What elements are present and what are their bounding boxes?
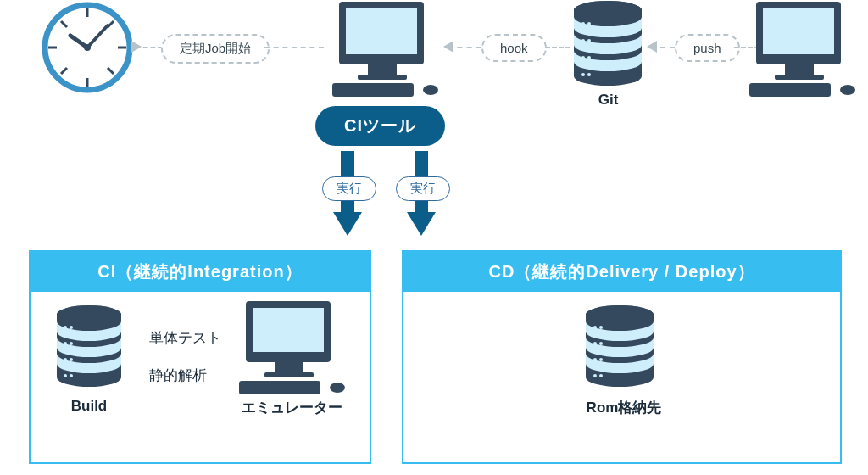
svg-point-28 [587, 56, 591, 59]
svg-rect-15 [358, 75, 407, 80]
svg-point-67 [593, 358, 597, 361]
arrow-right-icon [131, 41, 142, 53]
svg-point-27 [581, 56, 585, 59]
svg-point-46 [70, 326, 73, 329]
svg-point-24 [587, 22, 591, 25]
svg-point-52 [70, 374, 73, 377]
svg-point-45 [64, 326, 67, 329]
svg-point-68 [599, 358, 603, 361]
svg-point-66 [599, 342, 603, 345]
ci-panel-title: CI（継続的Integration） [31, 252, 370, 292]
svg-point-48 [70, 342, 73, 345]
connector-line [264, 47, 324, 48]
svg-rect-56 [264, 372, 314, 377]
ci-tool-badge: CIツール [315, 106, 445, 146]
arrow-left-icon [443, 41, 453, 53]
svg-point-36 [840, 85, 855, 95]
static-analysis-label: 静的解析 [149, 366, 207, 385]
git-label: Git [568, 92, 648, 109]
svg-point-22 [574, 1, 642, 20]
svg-point-65 [593, 342, 597, 345]
run-right-pill: 実行 [396, 176, 450, 201]
svg-point-29 [581, 73, 585, 76]
run-left-pill: 実行 [322, 176, 376, 201]
svg-point-69 [593, 374, 597, 377]
rom-target-label: Rom格納先 [556, 398, 692, 417]
svg-point-62 [586, 305, 654, 324]
svg-point-26 [587, 39, 591, 42]
svg-rect-14 [368, 64, 397, 75]
arrow-left-icon [647, 41, 657, 53]
svg-point-25 [581, 39, 585, 42]
svg-point-30 [587, 73, 591, 76]
database-git-icon [568, 0, 648, 93]
svg-point-17 [423, 85, 438, 95]
svg-point-44 [57, 305, 121, 324]
database-rom-icon [580, 305, 660, 394]
diagram-root: 定期Job開始 CIツール hook Git [0, 0, 868, 475]
emulator-label: エミュレーター [224, 398, 359, 417]
computer-ci-icon [329, 0, 448, 102]
computer-emulator-icon [236, 299, 354, 400]
svg-point-50 [70, 358, 73, 361]
ci-panel: CI（継続的Integration） Build 単体テスト 静的解析 [29, 250, 371, 464]
svg-rect-33 [785, 64, 814, 75]
svg-rect-35 [749, 83, 831, 97]
svg-rect-54 [253, 308, 324, 352]
svg-point-47 [64, 342, 67, 345]
build-label: Build [51, 398, 127, 415]
svg-point-70 [599, 374, 603, 377]
scheduled-job-pill: 定期Job開始 [161, 34, 270, 64]
database-build-icon [51, 305, 127, 394]
svg-point-51 [64, 374, 67, 377]
svg-marker-40 [407, 212, 436, 236]
svg-point-11 [84, 44, 91, 51]
cd-panel: CD（継続的Delivery / Deploy） Rom格納先 [402, 250, 842, 464]
cd-panel-title: CD（継続的Delivery / Deploy） [403, 252, 840, 292]
svg-rect-32 [763, 8, 834, 54]
svg-rect-57 [239, 381, 320, 394]
svg-rect-16 [332, 83, 414, 97]
svg-rect-13 [346, 8, 417, 54]
svg-point-49 [64, 358, 67, 361]
svg-rect-34 [775, 75, 824, 80]
svg-rect-55 [275, 362, 303, 372]
push-pill: push [675, 34, 740, 62]
svg-point-63 [593, 326, 597, 329]
clock-icon [40, 0, 142, 102]
hook-pill: hook [481, 34, 547, 62]
computer-dev-icon [746, 0, 865, 102]
unit-test-label: 単体テスト [149, 328, 221, 348]
connector-line [545, 47, 570, 48]
svg-point-64 [599, 326, 603, 329]
svg-point-23 [581, 22, 585, 25]
svg-marker-38 [333, 212, 362, 236]
svg-point-58 [330, 383, 345, 393]
